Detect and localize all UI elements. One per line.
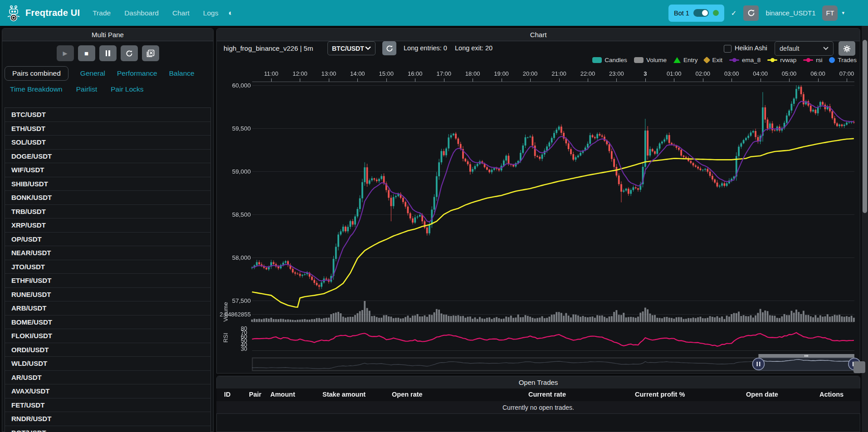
pair-select[interactable]: BTC/USDT — [327, 41, 375, 55]
chart-legend: CandlesVolumeEntryExitema_8rvwaprsiTrade… — [216, 57, 857, 63]
bot-control-buttons: ▶ ■ — [2, 45, 214, 61]
pair-list-item[interactable]: TRB/USDT — [5, 205, 210, 219]
pair-list-item[interactable]: BOME/USDT — [5, 316, 210, 330]
price-axis-label: 59,500 — [232, 125, 251, 132]
chart-panel-header: Chart — [217, 29, 860, 41]
legend-item-entry[interactable]: Entry — [673, 57, 698, 63]
avatar-caret-icon[interactable]: ▾ — [842, 10, 844, 16]
tab-performance[interactable]: Performance — [117, 69, 157, 78]
pair-list-item[interactable]: OP/USDT — [5, 233, 210, 247]
plot-settings-button[interactable] — [839, 41, 855, 56]
plot-config-value: default — [780, 45, 800, 52]
legend-label: Trades — [838, 57, 857, 63]
legend-label: rsi — [816, 57, 822, 63]
pause-button[interactable] — [99, 45, 117, 61]
pair-list-item[interactable]: DOGE/USDT — [5, 150, 210, 164]
column-header-actions: Actions — [819, 391, 844, 398]
clear-chart-button[interactable] — [142, 45, 159, 61]
sidebar-tabs-row1: Pairs combinedGeneralPerformanceBalance — [5, 66, 195, 81]
nav-item-chart[interactable]: Chart — [172, 9, 190, 17]
time-axis-label: 23:00 — [609, 70, 624, 77]
panel-resize-handle[interactable] — [853, 361, 865, 373]
legend-item-rsi[interactable]: rsi — [803, 57, 822, 63]
bot-toggle[interactable] — [693, 9, 709, 17]
plot-config-select[interactable]: default — [775, 41, 834, 56]
play-icon: ▶ — [63, 50, 68, 57]
stop-button[interactable]: ■ — [78, 45, 95, 61]
open-trades-header: Open Trades — [217, 376, 860, 389]
pair-list-item[interactable]: NEAR/USDT — [5, 246, 210, 260]
time-axis-label: 17:00 — [436, 70, 451, 77]
pair-list-item[interactable]: ORDI/USDT — [5, 343, 210, 357]
tab-time-breakdown[interactable]: Time Breakdown — [10, 85, 63, 93]
legend-item-rvwap[interactable]: rvwap — [767, 57, 796, 63]
pair-list-item[interactable]: ETH/USDT — [5, 122, 210, 136]
freqtrade-robot-logo-icon — [6, 5, 21, 21]
pair-list-item[interactable]: BONK/USDT — [5, 191, 210, 205]
strategy-label: high_frog_binance_v226 | 5m — [224, 44, 313, 52]
multi-pane-title: Multi Pane — [92, 31, 124, 39]
chevron-down-icon — [823, 47, 829, 50]
avatar[interactable]: FT — [822, 5, 838, 21]
pair-list-item[interactable]: ETHFI/USDT — [5, 274, 210, 288]
pair-list-item[interactable]: RUNE/USDT — [5, 288, 210, 302]
time-axis-label: 07:00 — [839, 70, 854, 77]
pause-icon — [106, 50, 110, 56]
time-axis-label: 06:00 — [810, 70, 825, 77]
nav-item-trade[interactable]: Trade — [93, 9, 111, 17]
pair-list-item[interactable]: AVAX/USDT — [5, 384, 210, 398]
pair-list-item[interactable]: AR/USDT — [5, 371, 210, 385]
rsi-axis-tick: 30 — [241, 346, 247, 352]
time-axis-label: 15:00 — [379, 70, 394, 77]
theme-toggle-icon[interactable]: ◐ — [228, 9, 233, 18]
chart-panel-title: Chart — [530, 31, 547, 39]
pair-list-item[interactable]: SHIB/USDT — [5, 177, 210, 191]
rvwap-line-icon — [767, 59, 777, 61]
entry-triangle-icon — [673, 57, 681, 63]
nav-item-logs[interactable]: Logs — [203, 9, 219, 17]
tab-balance[interactable]: Balance — [169, 69, 195, 78]
tab-general[interactable]: General — [80, 69, 105, 78]
long-exits-count: Long exit: 20 — [455, 44, 493, 52]
heikin-ashi-checkbox[interactable] — [724, 45, 731, 53]
reload-data-button[interactable] — [743, 5, 759, 21]
pair-list-item[interactable]: RNDR/USDT — [5, 412, 210, 426]
column-header-amount: Amount — [270, 391, 295, 398]
tab-pair-locks[interactable]: Pair Locks — [111, 85, 143, 93]
tab-pairs-combined[interactable]: Pairs combined — [5, 66, 68, 81]
nav-item-dashboard[interactable]: Dashboard — [124, 9, 159, 17]
price-chart-canvas[interactable] — [216, 65, 860, 374]
time-axis-label: 19:00 — [494, 70, 509, 77]
pair-list-item[interactable]: WIF/USDT — [5, 163, 210, 177]
pair-list-item[interactable]: DOT/USDT — [5, 426, 210, 432]
chart-refresh-button[interactable] — [382, 41, 396, 55]
tab-pairlist[interactable]: Pairlist — [76, 85, 98, 93]
legend-item-ema_8[interactable]: ema_8 — [729, 57, 761, 63]
vertical-scrollbar-thumb[interactable] — [863, 40, 867, 213]
time-axis-label: 02:00 — [695, 70, 710, 77]
pair-list-item[interactable]: FLOKI/USDT — [5, 329, 210, 343]
pair-list-item[interactable]: JTO/USDT — [5, 260, 210, 274]
ema_8-line-icon — [729, 59, 739, 61]
time-axis-label: 3 — [644, 70, 647, 77]
volume-legend-icon — [634, 57, 644, 63]
column-header-current-rate: Current rate — [528, 391, 566, 398]
legend-label: Volume — [646, 57, 667, 63]
pair-list-item[interactable]: ARB/USDT — [5, 301, 210, 316]
bot-selector[interactable]: Bot 1 — [668, 5, 724, 22]
legend-item-trades[interactable]: Trades — [829, 57, 857, 63]
pair-list-item[interactable]: XRP/USDT — [5, 218, 210, 233]
pair-list-item[interactable]: WLD/USDT — [5, 357, 210, 371]
pair-list-item[interactable]: SOL/USDT — [5, 136, 210, 150]
refresh-button[interactable] — [121, 45, 138, 61]
pair-list-item[interactable]: BTC/USDT — [5, 108, 210, 122]
legend-item-volume[interactable]: Volume — [634, 57, 667, 63]
app-title: Freqtrade UI — [25, 8, 80, 18]
pair-list-item[interactable]: FET/USDT — [5, 398, 210, 413]
legend-item-candles[interactable]: Candles — [592, 57, 627, 63]
heikin-ashi-label: Heikin Ashi — [735, 44, 767, 52]
legend-item-exit[interactable]: Exit — [704, 57, 722, 63]
column-header-stake-amount: Stake amount — [322, 391, 366, 398]
play-button[interactable]: ▶ — [57, 45, 74, 61]
time-axis-label: 22:00 — [580, 70, 595, 77]
